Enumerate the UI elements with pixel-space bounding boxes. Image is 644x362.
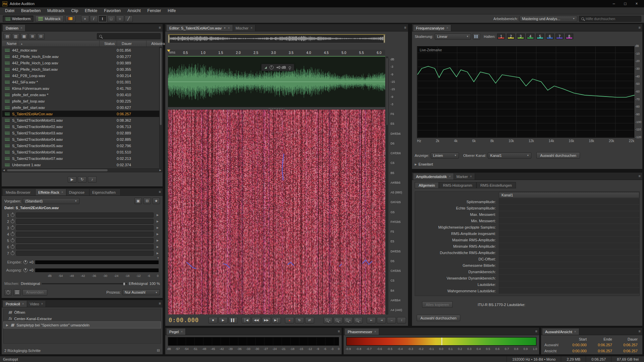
halten-button[interactable]: 4 — [526, 34, 534, 39]
effect-slot[interactable]: 2 ▶ — [4, 218, 160, 225]
column-dauer[interactable]: Dauer — [117, 41, 146, 47]
stats-subtab[interactable]: Allgemein — [415, 182, 439, 188]
close-button[interactable]: × — [632, 1, 642, 7]
effect-slot-well[interactable] — [16, 238, 154, 243]
menu-item[interactable]: Clip — [68, 8, 81, 14]
selection-end-value[interactable]: 0:06.257 — [589, 343, 615, 347]
new-file-button[interactable]: ▦ — [20, 33, 28, 40]
protokoll-panel-tab[interactable]: Video × — [27, 301, 46, 307]
zoom-out-amplitude-button[interactable]: − — [354, 317, 363, 323]
file-row[interactable]: 442_Pfeife_Hoch_Loop.wav 0:00.989 192000… — [2, 60, 159, 66]
panel-menu-icon[interactable]: ≡ — [159, 190, 161, 194]
slot-arrow-icon[interactable]: ▶ — [155, 252, 160, 255]
input-gain-knob[interactable] — [23, 260, 27, 264]
tab-auswahl-ansicht[interactable]: Auswahl/Ansicht × — [542, 328, 579, 335]
tool-button[interactable]: ○ — [116, 15, 124, 22]
history-item[interactable]: fx Center-Kanal-Extractor — [4, 315, 161, 322]
zoom-selection-out-button[interactable]: ⇥ — [377, 317, 386, 323]
file-row[interactable]: pfeife_tief_loop.wav 0:00.225 192000 Hz … — [2, 98, 159, 104]
amplitude-scale[interactable]: dB-3-9-15-15-9-3 — [389, 57, 407, 107]
file-row[interactable]: Unbenannt 1.wav 0:02.374 192000 Hz Mono — [2, 162, 159, 168]
scroll-left-icon[interactable]: ◀ — [3, 169, 5, 172]
prozess-dropdown[interactable]: Nur Auswahl ▼ — [122, 289, 160, 295]
selection-end-value[interactable]: 0:06.257 — [589, 349, 615, 353]
zoom-selection-in-button[interactable]: ⇤ — [367, 317, 376, 323]
range-navigator[interactable] — [168, 34, 385, 43]
preview-play-button[interactable]: ▶ — [68, 176, 76, 183]
history-item[interactable]: ▤ Öffnen — [4, 309, 161, 315]
slot-arrow-icon[interactable]: ▶ — [155, 245, 160, 248]
panel-menu-icon[interactable]: ≡ — [639, 329, 641, 333]
delete-preset-button[interactable]: ⊟ — [143, 198, 151, 204]
close-icon[interactable]: × — [181, 330, 183, 334]
close-icon[interactable]: × — [228, 26, 230, 30]
record-button[interactable]: ● — [285, 317, 294, 323]
power-icon[interactable] — [11, 232, 14, 236]
arbeitsbereich-dropdown[interactable]: Mastering und Analys... ▼ — [520, 16, 577, 22]
tab-frequenzanalyse[interactable]: Frequenzanalyse × — [413, 25, 451, 31]
tab-phasenmesser[interactable]: Phasenmesser × — [345, 328, 379, 335]
files-vertical-scrollbar[interactable] — [159, 47, 162, 168]
menu-item[interactable]: Fenster — [144, 8, 165, 14]
menu-item[interactable]: Bearbeiten — [18, 8, 44, 14]
close-icon[interactable]: × — [446, 26, 448, 30]
wave-spectral-splitter[interactable] — [168, 107, 385, 110]
effect-slot-well[interactable] — [16, 219, 154, 224]
close-icon[interactable]: × — [574, 330, 576, 334]
stats-panel-tab[interactable]: Amplitudenstatistik × — [413, 173, 454, 180]
auswahl-durchsuchen-button[interactable]: Auswahl durchsuchen — [536, 152, 580, 159]
menu-item[interactable]: Datei — [2, 8, 18, 14]
selection-duration-value[interactable]: 0:06.257 — [615, 343, 640, 347]
alles-kopieren-button[interactable]: Alles kopieren — [422, 301, 453, 308]
panel-menu-icon[interactable]: ≡ — [159, 302, 161, 305]
file-row[interactable]: 442_Pfeife_Hoch_Start.wav 0:00.355 19200… — [2, 66, 159, 72]
file-row[interactable]: 442_Pfeife_Hoch_Ende.wav 0:00.277 192000… — [2, 53, 159, 60]
effect-slot[interactable]: 4 ▶ — [4, 231, 160, 237]
vorgaben-dropdown[interactable]: (Standard) ▼ — [23, 198, 79, 204]
file-row[interactable]: S_Talent2ExtAirCon.wav 0:06.257 192000 H… — [2, 111, 159, 117]
halten-button[interactable]: 1 — [497, 34, 505, 39]
effect-slot-well[interactable] — [16, 251, 154, 256]
selection-start-value[interactable]: 0:00.000 — [564, 343, 589, 347]
fast-forward-button[interactable]: ▶▶ — [262, 317, 271, 323]
time-display[interactable]: 0:00.000 — [169, 317, 199, 323]
menu-item[interactable]: Hilfe — [164, 8, 179, 14]
file-row[interactable]: 442_SiFa.wav * 0:01.001 192000 Hz Mono — [2, 79, 159, 85]
frequency-graph[interactable]: Live-Zeitmarke — [417, 46, 634, 138]
open-file-button[interactable]: ▤ — [4, 33, 11, 40]
file-row[interactable]: S_Talent2TractionMotor03.wav 0:02.889 19… — [2, 130, 159, 136]
menu-item[interactable]: Ansicht — [124, 8, 144, 14]
file-row[interactable]: 442_P2B_Loop.wav 0:00.214 192000 Hz Mono — [2, 72, 159, 79]
tab-mischer[interactable]: Mischer × — [233, 25, 255, 31]
output-gain-knob[interactable] — [23, 268, 27, 272]
panel-menu-icon[interactable]: ≡ — [338, 329, 340, 333]
loop-playback-button[interactable]: ↻ — [295, 317, 304, 323]
slot-arrow-icon[interactable]: ▶ — [155, 220, 160, 223]
help-search-box[interactable] — [579, 16, 641, 22]
graph-style-button[interactable] — [473, 33, 480, 40]
close-icon[interactable]: × — [41, 302, 43, 306]
file-row[interactable]: S_Talent2TractionMotor06.wav 0:01.510 19… — [2, 149, 159, 155]
halten-button[interactable]: 3 — [517, 34, 525, 39]
zoom-out-time-button[interactable]: − — [334, 317, 343, 323]
slot-arrow-icon[interactable]: ▶ — [155, 233, 160, 236]
tab-dateien[interactable]: Dateien × — [3, 25, 25, 31]
help-search-input[interactable] — [586, 17, 639, 21]
import-file-button[interactable]: ▥ — [12, 33, 19, 40]
file-row[interactable]: Klima Führerraum.wav 0:41.760 48000 Hz M… — [2, 85, 159, 92]
selection-start-value[interactable]: 0:00.000 — [564, 349, 589, 353]
selection-duration-value[interactable]: 0:06.257 — [615, 349, 640, 353]
rack-power-button[interactable] — [4, 289, 12, 296]
history-item[interactable]: ▶ ▦ Sampletyp bei "Speichern unter" umwa… — [4, 322, 161, 328]
menu-item[interactable]: Favoriten — [101, 8, 124, 14]
halten-button[interactable]: 6 — [546, 34, 554, 39]
rewind-button[interactable]: ◀◀ — [252, 317, 261, 323]
range-handle-left[interactable] — [168, 35, 170, 43]
close-icon[interactable]: × — [250, 26, 252, 30]
preview-autoplay-button[interactable]: ♪ — [88, 176, 97, 183]
file-row[interactable]: pfeife_tief_start.wav 0:00.627 192000 Hz… — [2, 104, 159, 111]
files-search-box[interactable] — [97, 33, 161, 39]
panel-menu-icon[interactable]: ≡ — [159, 26, 161, 29]
files-horizontal-scrollbar[interactable]: ◀ ▶ — [2, 168, 162, 172]
slots-scroll-down-icon[interactable]: ▼ — [157, 257, 159, 259]
